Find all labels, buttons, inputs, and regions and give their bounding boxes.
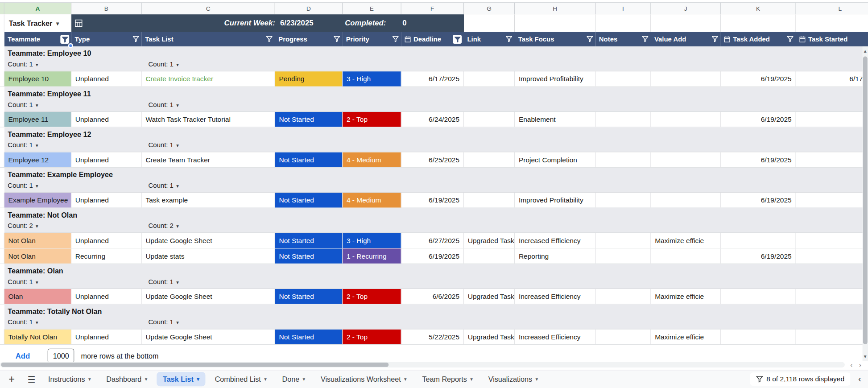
cell-task[interactable]: Update Google Sheet bbox=[142, 233, 275, 248]
cell-task[interactable]: Create Team Tracker bbox=[142, 152, 275, 167]
column-header-F[interactable]: F bbox=[401, 3, 464, 14]
cell-priority[interactable]: 4 - Medium bbox=[343, 193, 401, 208]
horizontal-scrollbar[interactable] bbox=[0, 362, 845, 367]
cell-focus[interactable]: Increased Efficiency bbox=[515, 233, 595, 248]
tab-visualizations-worksheet[interactable]: Visualizations Worksheet▾ bbox=[314, 372, 413, 386]
cell-value-add[interactable] bbox=[651, 71, 720, 87]
cell-notes[interactable] bbox=[595, 193, 651, 208]
group-count-teammate[interactable]: Count: 1▾ bbox=[8, 182, 38, 189]
cell-progress[interactable]: Not Started bbox=[275, 248, 343, 264]
cell-priority[interactable]: 1 - Recurring bbox=[343, 248, 401, 264]
cell-teammate[interactable]: Employee 12 bbox=[4, 152, 71, 167]
tab-combined-list[interactable]: Combined List▾ bbox=[209, 372, 273, 386]
column-header-C[interactable]: C bbox=[142, 3, 275, 14]
cell-link[interactable] bbox=[464, 193, 515, 208]
tab-instructions[interactable]: Instructions▾ bbox=[42, 372, 97, 386]
title-empty-cell[interactable] bbox=[515, 14, 595, 32]
filter-icon[interactable] bbox=[266, 36, 273, 44]
cell-teammate[interactable]: Employee 10 bbox=[4, 71, 71, 87]
vertical-scrollbar-thumb[interactable] bbox=[863, 57, 868, 344]
cell-value-add[interactable] bbox=[651, 248, 720, 264]
cell-task[interactable]: Update Google Sheet bbox=[142, 329, 275, 344]
header-notes[interactable]: Notes bbox=[595, 32, 651, 46]
cell-progress[interactable]: Not Started bbox=[275, 233, 343, 248]
cell-focus[interactable]: Increased Efficiency bbox=[515, 289, 595, 304]
cell-task-added[interactable]: 6/19/2025 bbox=[721, 71, 796, 87]
group-count-task[interactable]: Count: 1▾ bbox=[149, 318, 179, 326]
group-count-teammate[interactable]: Count: 1▾ bbox=[8, 101, 38, 108]
cell-teammate[interactable]: Not Olan bbox=[4, 248, 71, 264]
group-count-teammate[interactable]: Count: 1▾ bbox=[8, 141, 38, 149]
cell-notes[interactable] bbox=[595, 152, 651, 167]
cell-task[interactable]: Update stats bbox=[142, 248, 275, 264]
cell-value-add[interactable] bbox=[651, 193, 720, 208]
filter-icon[interactable] bbox=[787, 36, 794, 44]
cell-teammate[interactable]: Example Employee bbox=[4, 193, 71, 208]
filter-active-icon[interactable] bbox=[453, 35, 462, 44]
scroll-right-icon[interactable]: › bbox=[856, 361, 865, 368]
cell-type[interactable]: Recurring bbox=[71, 248, 142, 264]
cell-progress[interactable]: Not Started bbox=[275, 112, 343, 127]
cell-deadline[interactable]: 5/22/2025 bbox=[401, 329, 464, 344]
cell-focus[interactable]: Project Completion bbox=[515, 152, 595, 167]
horizontal-scrollbar-thumb[interactable] bbox=[1, 363, 389, 367]
cell-deadline[interactable]: 6/24/2025 bbox=[401, 112, 464, 127]
tab-dashboard[interactable]: Dashboard▾ bbox=[100, 372, 153, 386]
cell-task-added[interactable] bbox=[721, 289, 796, 304]
cell-task-added[interactable]: 6/19/2025 bbox=[721, 193, 796, 208]
cell-task-started[interactable] bbox=[796, 289, 868, 304]
column-header-K[interactable]: K bbox=[721, 3, 796, 14]
cell-link[interactable] bbox=[464, 248, 515, 264]
header-priority[interactable]: Priority bbox=[343, 32, 401, 46]
add-rows-count-input[interactable] bbox=[48, 349, 74, 363]
header-task-list[interactable]: Task List bbox=[142, 32, 275, 46]
cell-priority[interactable]: 2 - Top bbox=[343, 112, 401, 127]
group-count-teammate[interactable]: Count: 1▾ bbox=[8, 60, 38, 68]
cell-focus[interactable]: Enablement bbox=[515, 112, 595, 127]
cell-task-started[interactable] bbox=[796, 233, 868, 248]
cell-type[interactable]: Unplanned bbox=[71, 329, 142, 344]
cell-notes[interactable] bbox=[595, 329, 651, 344]
cell-teammate[interactable]: Not Olan bbox=[4, 233, 71, 248]
title-empty-cell[interactable] bbox=[651, 14, 720, 32]
cell-type[interactable]: Unplanned bbox=[71, 289, 142, 304]
cell-task-added[interactable]: 6/19/2025 bbox=[721, 152, 796, 167]
filter-icon[interactable] bbox=[334, 36, 340, 44]
header-type[interactable]: Type bbox=[71, 32, 142, 46]
cell-notes[interactable] bbox=[595, 248, 651, 264]
title-empty-cell[interactable] bbox=[595, 14, 651, 32]
cell-task[interactable]: Watch Task Tracker Tutorial bbox=[142, 112, 275, 127]
scroll-up-icon[interactable]: ▲ bbox=[863, 48, 868, 54]
cell-task-started[interactable] bbox=[796, 112, 868, 127]
cell-priority[interactable]: 3 - High bbox=[343, 233, 401, 248]
filter-icon[interactable] bbox=[642, 36, 649, 44]
header-link[interactable]: Link bbox=[464, 32, 515, 46]
group-count-teammate[interactable]: Count: 1▾ bbox=[8, 278, 38, 285]
header-value-add[interactable]: Value Add bbox=[651, 32, 720, 46]
select-all-corner[interactable] bbox=[0, 3, 4, 14]
cell-notes[interactable] bbox=[595, 71, 651, 87]
header-teammate[interactable]: Teammate bbox=[4, 32, 71, 46]
cell-type[interactable]: Unplanned bbox=[71, 112, 142, 127]
cell-deadline[interactable]: 6/19/2025 bbox=[401, 193, 464, 208]
cell-link[interactable]: Upgraded Task bbox=[464, 329, 515, 344]
column-header-G[interactable]: G bbox=[464, 3, 515, 14]
add-sheet-icon[interactable]: + bbox=[4, 373, 19, 385]
column-header-L[interactable]: L bbox=[796, 3, 868, 14]
cell-task[interactable]: Update Google Sheet bbox=[142, 289, 275, 304]
column-header-B[interactable]: B bbox=[71, 3, 142, 14]
cell-deadline[interactable]: 6/27/2025 bbox=[401, 233, 464, 248]
cell-teammate[interactable]: Totally Not Olan bbox=[4, 329, 71, 344]
table-name-menu[interactable]: Task Tracker ▾ bbox=[4, 14, 71, 32]
tab-task-list[interactable]: Task List▾ bbox=[157, 372, 205, 386]
group-count-task[interactable]: Count: 1▾ bbox=[149, 101, 179, 108]
cell-value-add[interactable] bbox=[651, 112, 720, 127]
scroll-down-icon[interactable]: ▼ bbox=[863, 353, 868, 360]
tab-done[interactable]: Done▾ bbox=[276, 372, 311, 386]
filter-icon[interactable] bbox=[506, 36, 512, 44]
group-count-task[interactable]: Count: 1▾ bbox=[149, 278, 179, 285]
group-count-task[interactable]: Count: 1▾ bbox=[149, 60, 179, 68]
cell-teammate[interactable]: Olan bbox=[4, 289, 71, 304]
cell-priority[interactable]: 2 - Top bbox=[343, 289, 401, 304]
title-empty-cell[interactable] bbox=[796, 14, 868, 32]
